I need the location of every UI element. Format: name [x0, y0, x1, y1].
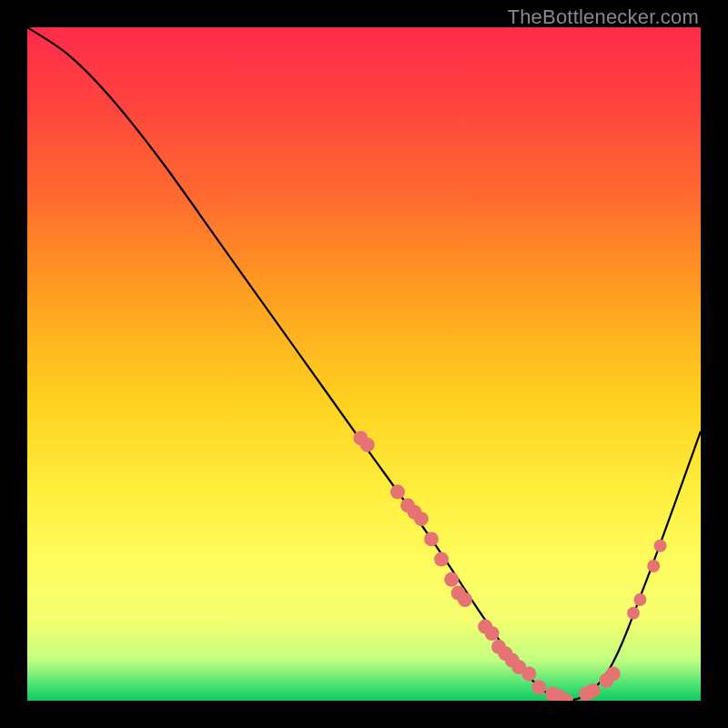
data-point	[414, 511, 429, 526]
data-point	[633, 593, 646, 606]
data-point	[360, 438, 375, 452]
data-point	[654, 540, 667, 552]
plot-area	[27, 27, 701, 701]
data-point	[434, 552, 449, 567]
data-point	[606, 666, 621, 681]
data-point	[424, 531, 439, 546]
watermark-label: TheBottlenecker.com	[508, 5, 699, 29]
data-point	[521, 666, 536, 681]
data-point	[444, 572, 459, 587]
curve-svg	[27, 27, 701, 701]
data-point	[485, 626, 500, 641]
curve-markers	[353, 430, 666, 701]
chart-frame: TheBottlenecker.com	[0, 0, 728, 728]
data-point	[458, 592, 472, 607]
data-point	[586, 683, 601, 698]
data-point	[647, 560, 660, 572]
bottleneck-curve	[27, 27, 701, 701]
data-point	[627, 607, 640, 620]
data-point	[531, 680, 546, 694]
data-point	[390, 485, 405, 500]
